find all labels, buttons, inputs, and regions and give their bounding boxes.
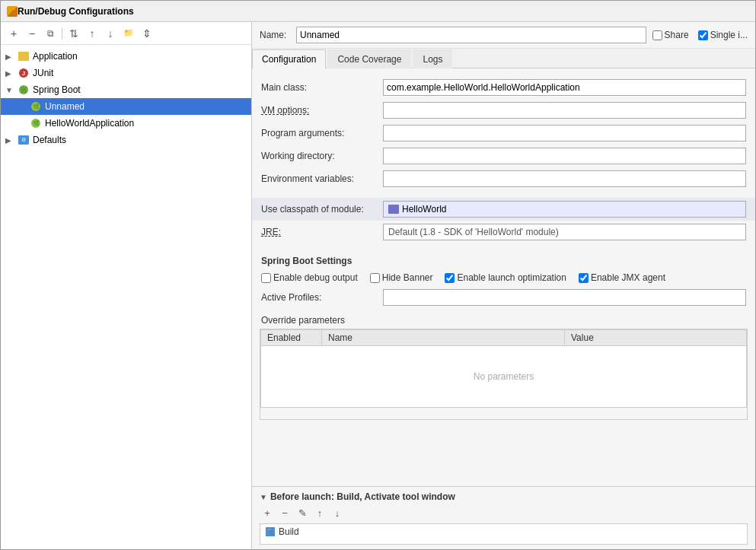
tree-item-unnamed-label: Unnamed [45, 101, 85, 112]
before-launch-header: ▼ Before launch: Build, Activate tool wi… [260, 491, 748, 502]
enable-jmx-label[interactable]: Enable JMX agent [579, 272, 665, 283]
override-table: Enabled Name Value No parameters [260, 329, 747, 408]
enable-jmx-checkbox[interactable] [579, 273, 589, 283]
vm-options-row: VM options: [252, 99, 755, 122]
classpath-row: Use classpath of module: HelloWorld [252, 198, 755, 221]
env-vars-label: Environment variables: [261, 173, 383, 184]
before-launch-list: 🔨 Build [260, 523, 748, 545]
before-launch-toolbar: + − ✎ ↑ ↓ [260, 505, 748, 520]
program-args-input[interactable] [383, 125, 746, 141]
classpath-module-field[interactable]: HelloWorld [383, 201, 746, 218]
main-class-input[interactable] [383, 79, 746, 96]
window-title: Run/Debug Configurations [18, 6, 134, 17]
app-icon [18, 50, 30, 62]
config-tabs: Configuration Code Coverage Logs [252, 49, 755, 68]
program-args-row: Program arguments: [252, 122, 755, 145]
tab-logs[interactable]: Logs [413, 49, 452, 68]
down-icon: ↓ [108, 27, 113, 40]
before-launch-down-button[interactable]: ↓ [330, 505, 345, 520]
title-bar: Run/Debug Configurations [1, 1, 755, 22]
active-profiles-input[interactable] [383, 289, 746, 306]
tree-item-helloworld-label: HelloWorldApplication [45, 118, 134, 129]
right-panel: Name: Share Single i... Configuration [252, 22, 755, 549]
spring-icon: 🌿 [18, 84, 30, 96]
name-options: Share Single i... [652, 30, 748, 40]
sort-config-button[interactable]: ⇕ [139, 25, 155, 42]
module-icon [388, 205, 399, 214]
hide-banner-checkbox[interactable] [370, 273, 380, 283]
add-config-button[interactable]: + [5, 25, 22, 42]
separator [252, 190, 755, 198]
single-instance-checkbox-label[interactable]: Single i... [698, 30, 748, 40]
main-class-row: Main class: [252, 76, 755, 99]
folder-icon: 📁 [123, 28, 134, 38]
tree-item-application[interactable]: ▶ Application [1, 48, 251, 65]
enable-debug-checkbox[interactable] [261, 273, 271, 283]
vm-options-input[interactable] [383, 102, 746, 119]
config-panel: Main class: VM options: Program argument… [252, 68, 755, 486]
override-table-wrapper: Enabled Name Value No parameters [260, 329, 748, 420]
down-config-button[interactable]: ↓ [102, 25, 119, 42]
main-class-label: Main class: [261, 82, 383, 93]
copy-icon: ⧉ [47, 28, 54, 39]
working-dir-label: Working directory: [261, 151, 383, 161]
move-config-button[interactable]: ⇅ [65, 25, 82, 42]
config-toolbar: + − ⧉ ⇅ ↑ ↓ 📁 [1, 22, 251, 45]
before-launch-section: ▼ Before launch: Build, Activate tool wi… [252, 486, 755, 549]
before-launch-arrow[interactable]: ▼ [260, 493, 267, 501]
copy-config-button[interactable]: ⧉ [42, 25, 59, 42]
tree-item-application-label: Application [33, 51, 78, 62]
before-launch-remove-button[interactable]: − [277, 505, 292, 520]
tab-code-coverage[interactable]: Code Coverage [327, 49, 411, 68]
tree-item-defaults[interactable]: ▶ ⚙ Defaults [1, 132, 251, 148]
defaults-icon: ⚙ [18, 134, 30, 146]
before-launch-add-button[interactable]: + [260, 505, 275, 520]
enable-launch-checkbox[interactable] [445, 273, 455, 283]
tree-item-spring-boot[interactable]: ▼ 🌿 Spring Boot [1, 81, 251, 98]
hide-banner-label[interactable]: Hide Banner [370, 272, 433, 283]
before-launch-edit-button[interactable]: ✎ [295, 505, 310, 520]
window-icon [7, 6, 18, 17]
override-title: Override parameters [260, 315, 748, 326]
expand-arrow: ▶ [5, 52, 18, 61]
expand-arrow: ▶ [5, 69, 18, 78]
remove-config-button[interactable]: − [24, 25, 40, 42]
empty-row: No parameters [261, 346, 747, 408]
before-launch-item-label: Build [279, 526, 299, 537]
working-dir-row: Working directory: [252, 145, 755, 167]
env-vars-input[interactable] [383, 170, 746, 187]
name-label: Name: [260, 30, 290, 40]
tree-item-unnamed[interactable]: 🌿 Unnamed [1, 98, 251, 115]
before-launch-item-build[interactable]: 🔨 Build [260, 524, 747, 539]
before-launch-up-button[interactable]: ↑ [312, 505, 327, 520]
col-value: Value [565, 330, 747, 346]
enable-launch-label[interactable]: Enable launch optimization [445, 272, 566, 283]
single-instance-checkbox[interactable] [698, 30, 708, 40]
folder-config-button[interactable]: 📁 [120, 25, 137, 42]
jre-row: JRE: Default (1.8 - SDK of 'HelloWorld' … [252, 221, 755, 243]
helloworld-icon: 🌿 [30, 117, 42, 129]
up-icon: ↑ [90, 27, 95, 40]
spring-boot-settings-header: Spring Boot Settings [252, 251, 755, 269]
sort-icon: ⇕ [142, 27, 152, 40]
no-params-cell: No parameters [261, 346, 747, 408]
jre-field[interactable]: Default (1.8 - SDK of 'HelloWorld' modul… [383, 224, 746, 240]
name-bar: Name: Share Single i... [252, 22, 755, 49]
working-dir-input[interactable] [383, 148, 746, 164]
tree-item-spring-boot-label: Spring Boot [33, 84, 81, 95]
enable-debug-label[interactable]: Enable debug output [261, 272, 358, 283]
tree-item-junit-label: JUnit [33, 68, 53, 78]
tree-item-junit[interactable]: ▶ J JUnit [1, 65, 251, 81]
override-section: Override parameters Enabled Name Value [260, 315, 748, 420]
tab-configuration[interactable]: Configuration [252, 49, 326, 68]
name-input[interactable] [296, 27, 646, 43]
separator-2 [252, 243, 755, 251]
share-checkbox[interactable] [652, 30, 662, 40]
share-checkbox-label[interactable]: Share [652, 30, 689, 40]
config-tree: ▶ Application ▶ J JUnit ▼ [1, 45, 251, 549]
tree-item-helloworld[interactable]: 🌿 HelloWorldApplication [1, 115, 251, 132]
col-enabled: Enabled [261, 330, 322, 346]
active-profiles-label: Active Profiles: [261, 292, 383, 303]
env-vars-row: Environment variables: [252, 167, 755, 190]
up-config-button[interactable]: ↑ [84, 25, 100, 42]
